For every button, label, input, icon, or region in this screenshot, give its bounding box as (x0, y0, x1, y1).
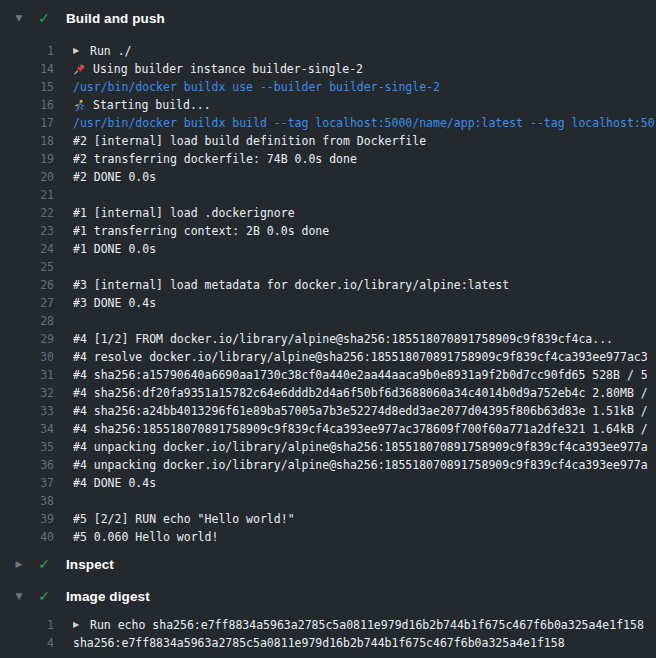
log-text: #4 sha256:a15790640a6690aa1730c38cf0a440… (73, 366, 648, 384)
log-text: #4 unpacking docker.io/library/alpine@sh… (73, 438, 648, 456)
log-line: 14Using builder instance builder-single-… (0, 60, 656, 78)
log-text: #3 DONE 0.4s (73, 294, 156, 312)
section-lines-build-and-push: 1▶Run ./14Using builder instance builder… (0, 36, 656, 546)
line-body: #1 transferring context: 2B 0.0s done (73, 222, 656, 240)
line-body: #1 DONE 0.0s (73, 240, 656, 258)
log-line: 15/usr/bin/docker buildx use --builder b… (0, 78, 656, 96)
line-body: /usr/bin/docker buildx use --builder bui… (73, 78, 656, 96)
line-number[interactable]: 17 (0, 114, 54, 132)
line-body: #4 unpacking docker.io/library/alpine@sh… (73, 438, 656, 456)
line-number[interactable]: 19 (0, 150, 54, 168)
log-text: #2 [internal] load build definition from… (73, 132, 426, 150)
log-line: 26#3 [internal] load metadata for docker… (0, 276, 656, 294)
line-number[interactable]: 34 (0, 420, 54, 438)
log-text: Run echo sha256:e7ff8834a5963a2785c5a081… (90, 616, 644, 634)
pushpin-icon (73, 63, 86, 76)
log-line: 30#4 resolve docker.io/library/alpine@sh… (0, 348, 656, 366)
line-body: #2 [internal] load build definition from… (73, 132, 656, 150)
line-number[interactable]: 37 (0, 474, 54, 492)
line-number[interactable]: 16 (0, 96, 54, 114)
line-number[interactable]: 29 (0, 330, 54, 348)
run-expand-icon[interactable]: ▶ (73, 616, 83, 634)
line-number[interactable]: 15 (0, 78, 54, 96)
line-number[interactable]: 1 (0, 42, 54, 60)
line-number[interactable]: 40 (0, 528, 54, 546)
log-text: #4 DONE 0.4s (73, 474, 156, 492)
log-line: 1▶Run ./ (0, 42, 656, 60)
log-section-image-digest: ▼✓Image digest1▶Run echo sha256:e7ff8834… (0, 582, 656, 652)
log-text: Using builder instance builder-single-2 (93, 60, 363, 78)
line-number[interactable]: 22 (0, 204, 54, 222)
line-number[interactable]: 21 (0, 186, 54, 204)
success-check-icon: ✓ (37, 10, 51, 26)
line-body: #4 sha256:a15790640a6690aa1730c38cf0a440… (73, 366, 656, 384)
line-body: #2 transferring dockerfile: 74B 0.0s don… (73, 150, 656, 168)
line-body: ▶Run echo sha256:e7ff8834a5963a2785c5a08… (73, 616, 656, 634)
log-line: 35#4 unpacking docker.io/library/alpine@… (0, 438, 656, 456)
success-check-icon: ✓ (37, 556, 51, 572)
line-number[interactable]: 27 (0, 294, 54, 312)
line-number[interactable]: 28 (0, 312, 54, 330)
line-number[interactable]: 35 (0, 438, 54, 456)
line-number[interactable]: 14 (0, 60, 54, 78)
log-text: #4 sha256:df20fa9351a15782c64e6dddb2d4a6… (73, 384, 648, 402)
log-text: #4 sha256:a24bb4013296f61e89ba57005a7b3e… (73, 402, 648, 420)
section-header-inspect[interactable]: ▶✓Inspect (0, 550, 656, 578)
log-text: #2 DONE 0.0s (73, 168, 156, 186)
log-line: 34#4 sha256:185518070891758909c9f839cf4c… (0, 420, 656, 438)
line-number[interactable]: 25 (0, 258, 54, 276)
log-text: #4 sha256:185518070891758909c9f839cf4ca3… (73, 420, 648, 438)
line-number[interactable]: 24 (0, 240, 54, 258)
line-number[interactable]: 26 (0, 276, 54, 294)
line-body: ▶Run ./ (73, 42, 656, 60)
section-header-image-digest[interactable]: ▼✓Image digest (0, 582, 656, 610)
log-line: 17/usr/bin/docker buildx build --tag loc… (0, 114, 656, 132)
line-number[interactable]: 31 (0, 366, 54, 384)
line-number[interactable]: 38 (0, 492, 54, 510)
line-body (73, 312, 656, 330)
log-text: #4 resolve docker.io/library/alpine@sha2… (73, 348, 648, 366)
log-line: 24#1 DONE 0.0s (0, 240, 656, 258)
line-body: #4 sha256:a24bb4013296f61e89ba57005a7b3e… (73, 402, 656, 420)
line-body: #4 DONE 0.4s (73, 474, 656, 492)
section-header-build-and-push[interactable]: ▼✓Build and push (0, 0, 656, 36)
log-section-build-and-push: ▼✓Build and push1▶Run ./14Using builder … (0, 0, 656, 546)
log-line: 33#4 sha256:a24bb4013296f61e89ba57005a7b… (0, 402, 656, 420)
line-number[interactable]: 4 (0, 634, 54, 652)
line-body (73, 186, 656, 204)
log-line: 1▶Run echo sha256:e7ff8834a5963a2785c5a0… (0, 616, 656, 634)
log-line: 32#4 sha256:df20fa9351a15782c64e6dddb2d4… (0, 384, 656, 402)
line-number[interactable]: 32 (0, 384, 54, 402)
line-number[interactable]: 20 (0, 168, 54, 186)
line-number[interactable]: 33 (0, 402, 54, 420)
log-text: #4 unpacking docker.io/library/alpine@sh… (73, 456, 648, 474)
log-line: 22#1 [internal] load .dockerignore (0, 204, 656, 222)
section-label: Build and push (66, 11, 165, 26)
line-body: #5 [2/2] RUN echo "Hello world!" (73, 510, 656, 528)
log-line: 31#4 sha256:a15790640a6690aa1730c38cf0a4… (0, 366, 656, 384)
line-number[interactable]: 1 (0, 616, 54, 634)
log-text: Starting build... (93, 96, 211, 114)
run-expand-icon[interactable]: ▶ (73, 42, 83, 60)
success-check-icon: ✓ (37, 588, 51, 604)
line-body: #4 sha256:185518070891758909c9f839cf4ca3… (73, 420, 656, 438)
line-number[interactable]: 23 (0, 222, 54, 240)
line-body (73, 492, 656, 510)
line-body: #2 DONE 0.0s (73, 168, 656, 186)
chevron-right-icon: ▶ (13, 559, 25, 569)
log-line: 29#4 [1/2] FROM docker.io/library/alpine… (0, 330, 656, 348)
section-lines-image-digest: 1▶Run echo sha256:e7ff8834a5963a2785c5a0… (0, 610, 656, 652)
workflow-log-viewer: ▼✓Build and push1▶Run ./14Using builder … (0, 0, 656, 658)
log-line: 37#4 DONE 0.4s (0, 474, 656, 492)
log-line: 25 (0, 258, 656, 276)
log-text: #1 DONE 0.0s (73, 240, 156, 258)
log-line: 39#5 [2/2] RUN echo "Hello world!" (0, 510, 656, 528)
log-line: 16Starting build... (0, 96, 656, 114)
log-text: sha256:e7ff8834a5963a2785c5a0811e979d16b… (73, 634, 565, 652)
line-number[interactable]: 30 (0, 348, 54, 366)
log-sections: ▼✓Build and push1▶Run ./14Using builder … (0, 0, 656, 652)
log-line: 20#2 DONE 0.0s (0, 168, 656, 186)
line-number[interactable]: 18 (0, 132, 54, 150)
line-number[interactable]: 36 (0, 456, 54, 474)
line-number[interactable]: 39 (0, 510, 54, 528)
